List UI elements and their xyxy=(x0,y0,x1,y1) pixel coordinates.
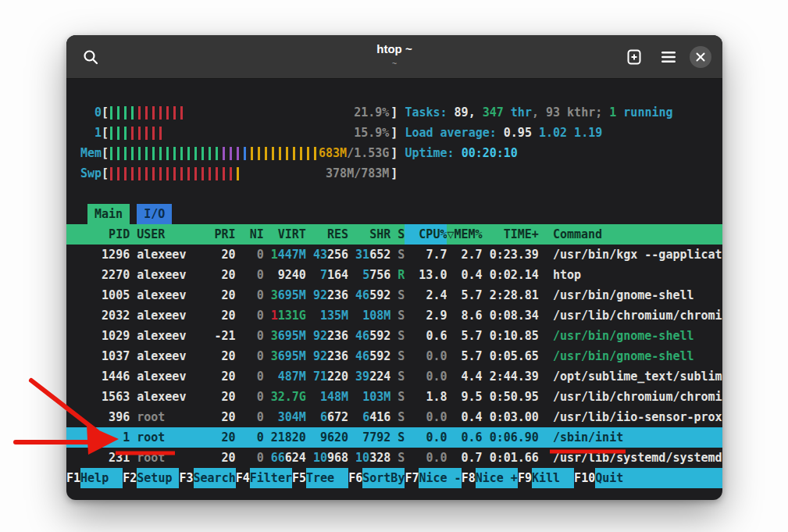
text-segment: running xyxy=(616,105,672,120)
text-segment: 0:08.34 xyxy=(490,309,539,323)
meter-bar xyxy=(314,147,316,160)
meter-bar xyxy=(300,147,302,160)
cell-pri: 20 xyxy=(208,245,236,265)
fn-sortby-button[interactable]: SortBy xyxy=(362,468,405,488)
column-header-pri[interactable]: PRI xyxy=(208,224,236,245)
meter-bar xyxy=(138,106,141,120)
process-row-1563[interactable]: 1563alexeev20032.7G148M103MS1.89.50:50.9… xyxy=(66,387,722,407)
process-row-1446[interactable]: 1446alexeev200487M7122039224S0.04.42:44.… xyxy=(66,366,722,387)
cell-user: alexeev xyxy=(137,245,207,265)
column-header-command[interactable]: Command xyxy=(553,224,722,245)
cell-time: 2:44.39 xyxy=(483,366,539,387)
meter-bar xyxy=(145,127,148,140)
cell-user: alexeev xyxy=(137,366,207,387)
text-segment: 1005 xyxy=(102,288,130,302)
fn-tree-button[interactable]: Tree xyxy=(306,468,348,488)
column-header-ni[interactable]: NI xyxy=(236,224,264,245)
process-row-2032[interactable]: 2032alexeev2001131G135M108MS2.98.60:08.3… xyxy=(66,305,722,326)
text-segment: 416 xyxy=(369,410,390,424)
column-header-res[interactable]: RES xyxy=(306,224,348,245)
column-header-cpu[interactable]: CPU% xyxy=(405,224,447,245)
process-row-231[interactable]: 231root200666241096810328S0.00.70:01.66/… xyxy=(66,448,722,468)
text-segment: 0.6 xyxy=(462,430,483,445)
text-segment: 20 xyxy=(222,430,236,445)
cell-res: 43256 xyxy=(306,245,348,265)
column-header-shr[interactable]: SHR xyxy=(348,224,390,245)
text-segment: 396 xyxy=(109,410,130,424)
text-segment: 236 xyxy=(327,349,348,363)
cell-pri: 20 xyxy=(208,407,236,427)
meter-value: 15.9% xyxy=(354,123,389,143)
cell-command: /usr/bin/kgx --gapplicat xyxy=(553,245,722,265)
cell-pri: -21 xyxy=(208,326,236,346)
text-segment: /opt/sublime_text/sublim xyxy=(553,370,722,384)
column-header-virt[interactable]: VIRT xyxy=(264,224,306,245)
process-row-1[interactable]: 1root2002182096207792S0.00.60:06.90/sbin… xyxy=(66,427,722,448)
text-segment: 10 xyxy=(355,451,369,465)
cell-res: 10968 xyxy=(306,448,348,468)
fn-quit-button[interactable]: Quit xyxy=(595,468,722,488)
meter-bar xyxy=(159,147,162,160)
fn-filter-button[interactable]: Filter xyxy=(250,468,292,488)
tab-main[interactable]: Main xyxy=(87,204,130,224)
text-segment: 0 xyxy=(257,329,264,343)
new-tab-button[interactable] xyxy=(621,44,647,70)
column-header-pid[interactable]: PID xyxy=(80,224,130,245)
fn-kill-button[interactable]: Kill xyxy=(532,468,574,488)
text-segment: 1446 xyxy=(102,370,130,384)
close-icon xyxy=(696,52,705,62)
text-segment: 10 xyxy=(313,451,327,465)
cell-virt: 3695M xyxy=(264,326,306,346)
meter-bar xyxy=(180,106,183,120)
meter-bar xyxy=(117,167,119,180)
text-segment: S xyxy=(398,248,405,262)
text-segment: 31 xyxy=(355,248,369,262)
cell-virt: 304M xyxy=(264,407,306,427)
meter-value: 21.9% xyxy=(354,102,389,123)
meter-value: 683M/1.53G xyxy=(319,143,389,163)
column-header-mem[interactable]: ▽MEM% xyxy=(447,224,482,245)
text-segment: 20 xyxy=(222,248,236,262)
text-segment: 6 xyxy=(362,410,369,424)
fn-search-button[interactable]: Search xyxy=(194,468,236,488)
meter-bar xyxy=(138,127,141,140)
search-button[interactable] xyxy=(77,44,104,70)
process-row-1029[interactable]: 1029alexeev-2103695M9223646592S0.65.70:1… xyxy=(66,326,722,346)
process-row-396[interactable]: 396root200304M66726416S0.00.40:03.00/usr… xyxy=(66,407,722,427)
column-header-s[interactable]: S xyxy=(390,224,405,245)
text-segment: 1.19 xyxy=(567,126,602,140)
meter-bar xyxy=(145,106,148,120)
text-segment: 378M/783M xyxy=(326,166,389,180)
process-row-1296[interactable]: 1296alexeev2001447M4325631652S7.72.70:23… xyxy=(66,245,722,265)
cell-command: htop xyxy=(553,265,722,285)
cell-command: /usr/bin/gnome-shell xyxy=(553,346,722,366)
cell-s: S xyxy=(390,326,405,346)
fn-help-button[interactable]: Help xyxy=(80,468,123,488)
cell-mem: 0.4 xyxy=(447,265,482,285)
process-row-1037[interactable]: 1037alexeev2003695M9223646592S0.05.70:05… xyxy=(66,346,722,366)
headerbar-controls xyxy=(621,44,711,70)
meter-bar xyxy=(223,167,225,180)
text-segment: 148M xyxy=(320,390,348,404)
cell-cpu: 0.0 xyxy=(405,366,447,387)
meter-bar xyxy=(230,147,232,160)
close-button[interactable] xyxy=(690,46,711,68)
cell-pri: 20 xyxy=(208,427,236,448)
cell-res: 92236 xyxy=(306,346,348,366)
fn-setup-button[interactable]: Setup xyxy=(137,468,179,488)
cell-pri: 20 xyxy=(208,387,236,407)
fn-nice--button[interactable]: Nice - xyxy=(419,468,461,488)
text-segment: 3 xyxy=(271,288,278,302)
meter-bar xyxy=(152,127,155,140)
menu-button[interactable] xyxy=(655,44,682,70)
column-header-user[interactable]: USER xyxy=(137,224,207,245)
process-row-1005[interactable]: 1005alexeev2003695M9223646592S2.45.72:28… xyxy=(66,285,722,305)
text-segment: 21820 xyxy=(271,430,306,445)
column-header-time[interactable]: TIME+ xyxy=(483,224,539,245)
tab-io[interactable]: I/O xyxy=(137,204,172,224)
process-row-2270[interactable]: 2270alexeev200924071645756R13.00.40:02.1… xyxy=(66,265,722,285)
meter-label: Swp xyxy=(80,163,102,184)
text-segment: 231 xyxy=(109,451,130,465)
fn-nice--button[interactable]: Nice + xyxy=(476,468,518,488)
process-table-header: PIDUSERPRINIVIRTRESSHRSCPU%▽MEM%TIME+Com… xyxy=(66,224,722,245)
